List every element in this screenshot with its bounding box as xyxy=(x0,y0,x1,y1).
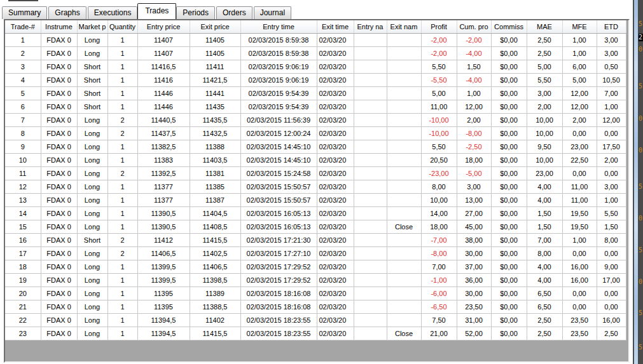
table-row[interactable]: 1FDAX 0Long1114071140502/03/2015 8:59:38… xyxy=(5,34,626,47)
column-header-profit[interactable]: Profit xyxy=(421,20,457,34)
table-row[interactable]: 5FDAX 0Short1114461144102/03/2015 9:54:3… xyxy=(5,87,626,100)
cell-commission: $0,00 xyxy=(491,194,527,207)
cell-instrument: FDAX 0 xyxy=(41,300,77,314)
cell-exit-time: 02/03/20 xyxy=(317,314,354,327)
cell-etd: 16,00 xyxy=(597,314,626,327)
cell-exit-name: Close xyxy=(387,220,421,234)
cell-entry-name xyxy=(354,327,387,340)
column-header-entry-name[interactable]: Entry na xyxy=(354,20,387,34)
cell-exit-name xyxy=(387,140,421,154)
tab-orders[interactable]: Orders xyxy=(216,6,252,19)
column-header-mfe[interactable]: MFE xyxy=(562,20,597,34)
cell-quantity: 1 xyxy=(107,220,137,234)
cell-trade-number: 13 xyxy=(5,194,41,207)
cell-mfe: 1,00 xyxy=(562,234,597,247)
column-header-exit-time[interactable]: Exit time xyxy=(317,20,354,34)
table-row[interactable]: 2FDAX 0Long1114071140502/03/2015 8:59:38… xyxy=(5,47,626,60)
table-row[interactable]: 14FDAX 0Long111390,511404,502/03/2015 16… xyxy=(5,207,626,220)
cell-entry-name xyxy=(354,34,387,47)
table-row[interactable]: 17FDAX 0Long211406,511402,502/03/2015 17… xyxy=(5,247,626,260)
cell-exit-time: 02/03/20 xyxy=(317,194,354,207)
cell-trade-number: 4 xyxy=(5,74,41,87)
cell-exit-time: 02/03/20 xyxy=(317,60,354,74)
table-row[interactable]: 9FDAX 0Long111382,51138802/03/2015 14:45… xyxy=(5,140,626,154)
cell-cum-profit: 38,00 xyxy=(457,234,491,247)
column-header-etd[interactable]: ETD xyxy=(597,20,626,34)
column-header-trade-number[interactable]: Trade-# xyxy=(5,20,41,34)
table-row[interactable]: 16FDAX 0Short21141211415,502/03/2015 17:… xyxy=(5,234,626,247)
window-edge-line xyxy=(8,0,38,1)
table-row[interactable]: 20FDAX 0Long1113951138902/03/2015 18:16:… xyxy=(5,287,626,300)
column-header-mae[interactable]: MAE xyxy=(527,20,562,34)
table-row[interactable]: 19FDAX 0Long111399,511398,502/03/2015 17… xyxy=(5,274,626,287)
cell-entry-name xyxy=(354,287,387,300)
cell-commission: $0,00 xyxy=(491,154,527,167)
cell-exit-price: 11402,5 xyxy=(190,247,240,260)
column-header-entry-price[interactable]: Entry price xyxy=(137,20,190,34)
tab-periods[interactable]: Periods xyxy=(176,6,215,19)
column-header-exit-price[interactable]: Exit price xyxy=(190,20,240,34)
table-header-row: Trade-#InstrumeMarket pQuantityEntry pri… xyxy=(5,20,626,34)
column-header-entry-time[interactable]: Entry time xyxy=(240,20,317,34)
table-row[interactable]: 7FDAX 0Long211440,511435,502/03/2015 11:… xyxy=(5,114,626,127)
cell-entry-time: 02/03/2015 15:50:57 xyxy=(240,194,317,207)
table-row[interactable]: 4FDAX 0Short11141611421,502/03/2015 9:06… xyxy=(5,74,626,87)
cell-entry-time: 02/03/2015 17:29:52 xyxy=(240,260,317,274)
cell-instrument: FDAX 0 xyxy=(41,114,77,127)
cell-mae: 4,00 xyxy=(527,260,562,274)
cell-entry-price: 11390,5 xyxy=(137,207,190,220)
cell-cum-profit: 3,00 xyxy=(457,180,491,194)
price-axis-digit: 0 xyxy=(639,46,643,53)
column-header-exit-name[interactable]: Exit nam xyxy=(387,20,421,34)
table-row[interactable]: 10FDAX 0Long11138311403,502/03/2015 14:4… xyxy=(5,154,626,167)
column-header-market-pos[interactable]: Market p xyxy=(77,20,107,34)
cell-commission: $0,00 xyxy=(491,167,527,180)
cell-mfe: 12,00 xyxy=(562,100,597,114)
table-row[interactable]: 22FDAX 0Long111394,51140202/03/2015 18:2… xyxy=(5,314,626,327)
tab-executions[interactable]: Executions xyxy=(88,6,138,19)
column-header-commission[interactable]: Commiss xyxy=(491,20,527,34)
table-row[interactable]: 11FDAX 0Long211392,51138102/03/2015 15:2… xyxy=(5,167,626,180)
cell-entry-time: 02/03/2015 15:50:57 xyxy=(240,180,317,194)
table-row[interactable]: 8FDAX 0Long211437,511432,502/03/2015 12:… xyxy=(5,127,626,140)
tab-journal[interactable]: Journal xyxy=(254,6,291,19)
cell-entry-name xyxy=(354,167,387,180)
table-row[interactable]: 23FDAX 0Long111394,511415,502/03/2015 18… xyxy=(5,327,626,340)
cell-profit: 7,00 xyxy=(421,260,457,274)
table-row[interactable]: 12FDAX 0Long1113771138502/03/2015 15:50:… xyxy=(5,180,626,194)
cell-quantity: 1 xyxy=(107,180,137,194)
table-row[interactable]: 13FDAX 0Long1113771138702/03/2015 15:50:… xyxy=(5,194,626,207)
cell-exit-time: 02/03/20 xyxy=(317,34,354,47)
cell-mfe: 0,00 xyxy=(562,300,597,314)
column-header-cum-profit[interactable]: Cum. pro xyxy=(457,20,491,34)
cell-etd: 0,00 xyxy=(597,247,626,260)
cell-mfe: 19,50 xyxy=(562,207,597,220)
tab-trades[interactable]: Trades xyxy=(137,3,176,19)
table-row[interactable]: 3FDAX 0Short111416,51141102/03/2015 9:06… xyxy=(5,60,626,74)
cell-exit-time: 02/03/20 xyxy=(317,300,354,314)
column-header-quantity[interactable]: Quantity xyxy=(107,20,137,34)
cell-cum-profit: 31,00 xyxy=(457,314,491,327)
cell-entry-price: 11394,5 xyxy=(137,327,190,340)
cell-entry-price: 11392,5 xyxy=(137,167,190,180)
cell-cum-profit: -4,00 xyxy=(457,47,491,60)
tab-summary[interactable]: Summary xyxy=(2,6,47,19)
cell-quantity: 1 xyxy=(107,194,137,207)
table-row[interactable]: 6FDAX 0Short1114461143502/03/2015 9:54:3… xyxy=(5,100,626,114)
cell-entry-name xyxy=(354,127,387,140)
tab-graphs[interactable]: Graphs xyxy=(48,6,86,19)
table-row[interactable]: 15FDAX 0Long111390,511408,502/03/2015 16… xyxy=(5,220,626,234)
cell-commission: $0,00 xyxy=(491,314,527,327)
column-header-instrument[interactable]: Instrume xyxy=(41,20,77,34)
cell-exit-price: 11441 xyxy=(190,87,240,100)
cell-mfe: 16,00 xyxy=(562,260,597,274)
table-row[interactable]: 18FDAX 0Long111399,511406,502/03/2015 17… xyxy=(5,260,626,274)
cell-market-pos: Short xyxy=(77,87,107,100)
cell-quantity: 2 xyxy=(107,127,137,140)
background-chart-scrollbar xyxy=(634,0,638,364)
cell-cum-profit: 18,00 xyxy=(457,154,491,167)
table-row[interactable]: 21FDAX 0Long11139511388,502/03/2015 18:1… xyxy=(5,300,626,314)
cell-exit-price: 11381 xyxy=(190,167,240,180)
cell-trade-number: 20 xyxy=(5,287,41,300)
cell-exit-time: 02/03/20 xyxy=(317,274,354,287)
